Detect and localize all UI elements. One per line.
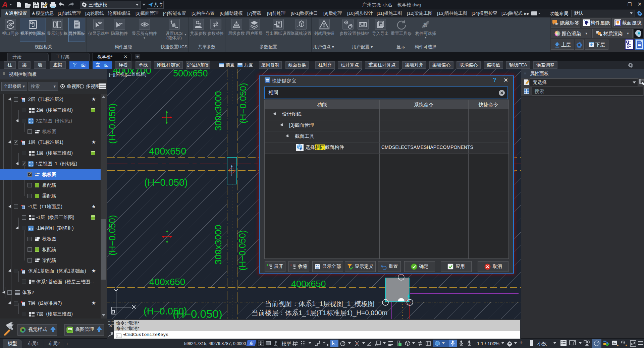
svg-text:当前楼层：体系1_1层(T1标准层1)_H=0.000m: 当前楼层：体系1_1层(T1标准层1)_H=0.000m [252, 309, 387, 317]
svg-text:500x650: 500x650 [173, 69, 208, 78]
svg-text:(H−0.050): (H−0.050) [107, 103, 117, 144]
svg-text:板: 板 [423, 22, 428, 27]
svg-text:300x3000: 300x3000 [213, 91, 223, 131]
svg-text:(H−0.050): (H−0.050) [144, 177, 188, 188]
svg-text:400x650: 400x650 [149, 146, 186, 157]
svg-text:当前视图：体系1_1层视图_1_模板图: 当前视图：体系1_1层视图_1_模板图 [265, 300, 375, 308]
svg-text:(H−0.050): (H−0.050) [237, 230, 248, 271]
svg-text:300x3000: 300x3000 [213, 225, 223, 265]
svg-text:400x650: 400x650 [291, 279, 326, 289]
svg-text:(H−0.050): (H−0.050) [107, 215, 117, 255]
svg-text:(H−0.050): (H−0.050) [173, 308, 222, 319]
svg-text:400x650: 400x650 [149, 277, 185, 287]
svg-text:(H−0.050): (H−0.050) [238, 83, 248, 123]
svg-text:[−][俯视][二维线框]: [−][俯视][二维线框] [109, 72, 146, 77]
